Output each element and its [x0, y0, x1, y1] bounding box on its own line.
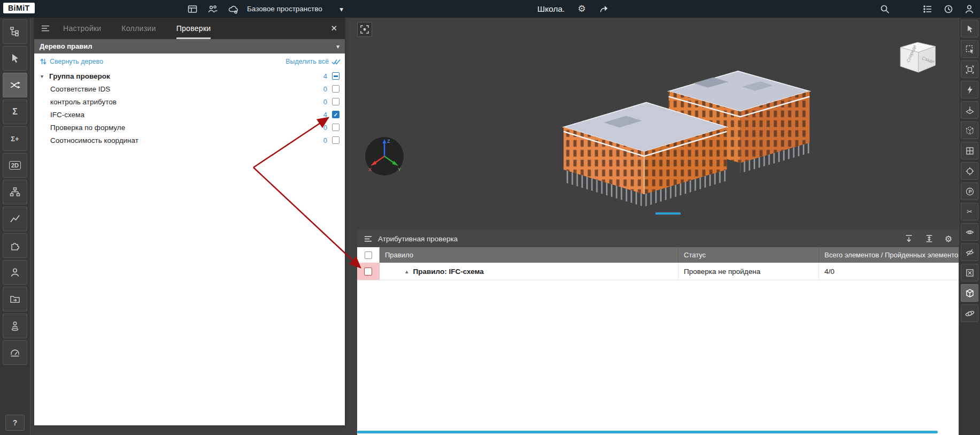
user-location-icon[interactable]: [3, 314, 27, 338]
select-all-link[interactable]: Выделить всё: [285, 58, 341, 65]
collapse-row-icon[interactable]: ▴: [405, 268, 408, 275]
focus-target-icon[interactable]: [961, 162, 978, 180]
header-checkbox[interactable]: [365, 251, 372, 259]
structure-icon[interactable]: [3, 180, 27, 204]
dashboard-icon[interactable]: [3, 340, 27, 365]
axis-gizmo[interactable]: Z X Y: [364, 136, 405, 177]
tab-collisions[interactable]: Коллизии: [121, 18, 156, 39]
collapse-tree-link[interactable]: Свернуть дерево: [40, 58, 103, 65]
tree-item-label: Соотносимость координат: [50, 136, 318, 144]
totals-icon[interactable]: Σ: [3, 100, 27, 124]
project-settings-icon[interactable]: ⚙: [577, 3, 585, 14]
collapse-tree-icon: [40, 58, 47, 65]
left-toolbar: Σ Σ+ 2D ?: [0, 18, 30, 435]
tasks-list-icon[interactable]: [922, 4, 933, 14]
plan-2d-icon[interactable]: 2D: [3, 153, 27, 178]
users-icon[interactable]: [3, 260, 27, 285]
zoom-extents-icon[interactable]: [961, 60, 978, 78]
clip-plane-icon[interactable]: [961, 101, 978, 119]
team-icon[interactable]: [207, 4, 218, 14]
board-icon[interactable]: [187, 4, 198, 14]
hide-elements-icon[interactable]: [961, 243, 978, 261]
tree-item[interactable]: Соотносимость координат 0: [34, 134, 345, 147]
focus-model-icon[interactable]: [357, 22, 372, 37]
column-rule[interactable]: Правило: [380, 247, 678, 263]
chevron-down-icon: ▾: [336, 43, 339, 50]
cloud-icon[interactable]: [228, 4, 238, 14]
chevron-down-icon[interactable]: ▾: [41, 73, 49, 79]
show-elements-icon[interactable]: [961, 223, 978, 241]
grid-icon[interactable]: [961, 142, 978, 159]
building-model: [550, 59, 819, 208]
collapse-all-icon[interactable]: [904, 234, 914, 243]
axis-z-label: Z: [387, 139, 390, 144]
search-icon[interactable]: [879, 4, 890, 14]
plan-mode-icon[interactable]: P: [961, 182, 978, 200]
tree-item-checkbox[interactable]: [332, 124, 339, 131]
totals-plus-icon[interactable]: Σ+: [3, 126, 27, 151]
tree-item-count: 0: [318, 98, 327, 106]
checks-tool-icon[interactable]: [3, 73, 27, 97]
tab-checks[interactable]: Проверки: [176, 18, 211, 39]
rule-total: 4/0: [819, 263, 959, 280]
column-status[interactable]: Статус: [678, 247, 819, 263]
rules-tree-section-header[interactable]: Дерево правил ▾: [34, 39, 345, 54]
tree-item-group[interactable]: ▾ Группа проверок 4: [34, 70, 345, 82]
viewport-3d[interactable]: Спереди Сзади Z X Y Атрибутивная проверк…: [345, 18, 959, 435]
panel-resize-handle[interactable]: [655, 212, 681, 215]
tree-item-checkbox[interactable]: [332, 72, 339, 80]
tree-item[interactable]: Проверка по формуле 0: [34, 121, 345, 134]
tree-item-checkbox[interactable]: [332, 98, 339, 105]
orbit-icon[interactable]: [961, 304, 978, 322]
column-total[interactable]: Всего элементов / Пройденных элементов: [819, 247, 959, 263]
tree-item-count: 4: [318, 111, 327, 119]
rect-select-icon[interactable]: [961, 40, 978, 58]
select-cursor-icon[interactable]: [961, 20, 978, 37]
model-tree-icon[interactable]: [3, 19, 27, 44]
cut-icon[interactable]: ✂: [961, 203, 978, 220]
panel-menu-icon[interactable]: [34, 24, 56, 33]
tree-item-checkbox[interactable]: [332, 111, 339, 118]
help-button[interactable]: ?: [5, 415, 25, 431]
charts-icon[interactable]: [3, 207, 27, 231]
table-settings-icon[interactable]: ⚙: [945, 234, 952, 244]
view-cube-tool-icon[interactable]: [961, 284, 978, 302]
rule-name: Правило: IFC-схема: [413, 268, 484, 276]
close-icon[interactable]: ✕: [330, 24, 337, 33]
chevron-down-icon: ▾: [339, 5, 343, 13]
isolate-icon[interactable]: [961, 264, 978, 281]
row-checkbox-cell[interactable]: [357, 263, 380, 280]
section-box-icon[interactable]: [961, 121, 978, 139]
view-cube[interactable]: Спереди Сзади: [893, 40, 939, 77]
double-check-icon: [331, 58, 341, 65]
workspace-selector[interactable]: Базовое пространство ▾: [247, 0, 343, 18]
history-icon[interactable]: [943, 4, 954, 14]
tree-item-label: Проверка по формуле: [50, 124, 318, 132]
tree-item-ifc-schema[interactable]: IFC-схема 4: [34, 108, 345, 121]
tree-item[interactable]: контроль атрибутов 0: [34, 95, 345, 108]
plugins-icon[interactable]: [3, 233, 27, 258]
quick-section-icon[interactable]: [961, 81, 978, 98]
workspace-selector-value: Базовое пространство: [247, 5, 322, 13]
select-all-checkbox-cell[interactable]: [357, 247, 380, 263]
tree-item-checkbox[interactable]: [332, 136, 339, 144]
select-tool-icon[interactable]: [3, 46, 27, 71]
shared-folder-icon[interactable]: [3, 287, 27, 311]
tree-item-count: 0: [318, 136, 327, 144]
tree-item-count: 4: [318, 72, 327, 80]
tab-settings[interactable]: Настройки: [63, 18, 101, 39]
profile-icon[interactable]: [964, 4, 975, 14]
horizontal-scrollbar[interactable]: [357, 431, 938, 433]
tree-item[interactable]: Соответствие IDS 0: [34, 82, 345, 95]
share-icon[interactable]: [599, 4, 609, 14]
panel-menu-icon[interactable]: [364, 234, 373, 243]
tree-item-checkbox[interactable]: [332, 85, 339, 93]
attribute-check-title: Атрибутивная проверка: [378, 235, 458, 243]
attribute-check-panel: Атрибутивная проверка ⚙ Правило Статус В…: [357, 230, 959, 435]
panel-header: Настройки Коллизии Проверки ✕: [34, 18, 345, 39]
tree-item-label: Соответствие IDS: [50, 85, 318, 93]
app-logo[interactable]: BiMiT: [3, 3, 35, 13]
table-row-ifc-schema[interactable]: ▴ Правило: IFC-схема Проверка не пройден…: [357, 263, 959, 280]
row-checkbox[interactable]: [364, 268, 372, 276]
row-height-icon[interactable]: [924, 234, 934, 243]
